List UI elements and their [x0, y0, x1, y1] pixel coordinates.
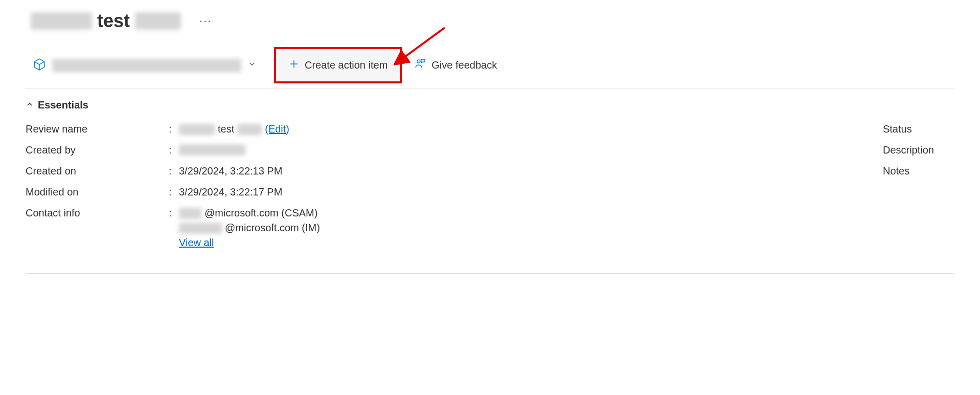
page-title: test — [31, 10, 181, 32]
redacted-text — [179, 223, 222, 234]
field-label: Created on — [26, 165, 169, 177]
essentials-panel: Review name : test (Edit) Created by : — [26, 123, 954, 274]
modified-on-value: 3/29/2024, 3:22:17 PM — [179, 186, 282, 198]
scope-dropdown[interactable] — [26, 55, 264, 76]
field-label: Modified on — [26, 186, 169, 198]
field-created-by: Created by : — [26, 144, 320, 156]
essentials-label: Essentials — [38, 99, 88, 111]
redacted-text — [52, 59, 241, 72]
feedback-icon — [414, 58, 426, 73]
created-on-value: 3/29/2024, 3:22:13 PM — [179, 165, 282, 177]
page-header: test ··· — [26, 10, 954, 32]
essentials-toggle[interactable]: Essentials — [26, 99, 954, 111]
command-bar: Create action item Give feedback — [26, 47, 954, 89]
package-icon — [33, 58, 46, 73]
redacted-text — [179, 144, 245, 156]
plus-icon — [288, 58, 300, 72]
field-label: Contact info — [26, 207, 169, 219]
chevron-down-icon — [247, 59, 257, 71]
redacted-text — [31, 12, 92, 30]
redacted-text — [237, 124, 262, 135]
create-action-item-button[interactable]: Create action item — [274, 47, 402, 83]
essentials-right-column: Status Description Notes — [883, 123, 954, 258]
edit-link[interactable]: (Edit) — [265, 123, 289, 135]
overflow-menu-button[interactable]: ··· — [196, 11, 215, 31]
field-review-name: Review name : test (Edit) — [26, 123, 320, 135]
redacted-text — [179, 208, 201, 219]
give-feedback-button[interactable]: Give feedback — [402, 51, 509, 80]
essentials-left-column: Review name : test (Edit) Created by : — [26, 123, 320, 258]
view-all-link[interactable]: View all — [179, 237, 214, 249]
field-notes-label: Notes — [883, 165, 934, 177]
field-label: Created by — [26, 144, 169, 156]
svg-point-4 — [417, 60, 420, 63]
field-contact-info: Contact info : @microsoft.com (CSAM) @mi… — [26, 207, 320, 249]
field-description-label: Description — [883, 144, 934, 156]
field-modified-on: Modified on : 3/29/2024, 3:22:17 PM — [26, 186, 320, 198]
page-title-text: test — [97, 10, 130, 32]
create-action-item-label: Create action item — [305, 59, 388, 71]
redacted-text — [179, 124, 215, 135]
redacted-text — [135, 12, 181, 30]
contact-2: @microsoft.com (IM) — [225, 222, 320, 234]
field-status-label: Status — [883, 123, 934, 135]
chevron-up-icon — [26, 100, 34, 111]
contact-1: @microsoft.com (CSAM) — [204, 207, 317, 219]
review-name-value: test — [218, 123, 234, 135]
give-feedback-label: Give feedback — [431, 59, 497, 71]
field-label: Review name — [26, 123, 169, 135]
field-created-on: Created on : 3/29/2024, 3:22:13 PM — [26, 165, 320, 177]
